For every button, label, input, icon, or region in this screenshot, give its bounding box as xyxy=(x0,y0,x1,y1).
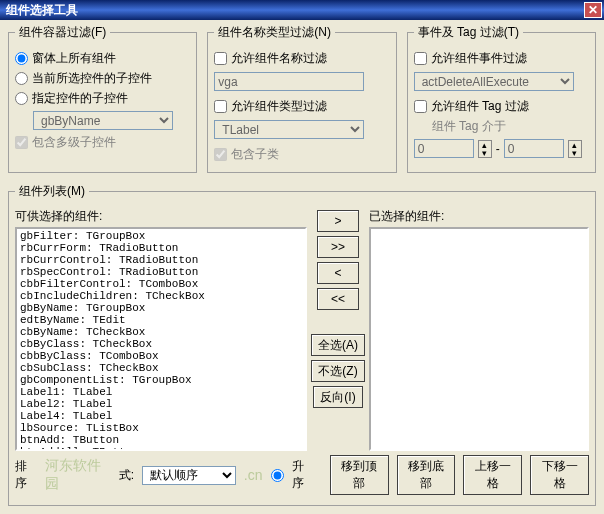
list-item[interactable]: rbCurrControl: TRadioButton xyxy=(18,254,304,266)
radio-specified-label: 指定控件的子控件 xyxy=(32,90,128,107)
list-item[interactable]: lbSource: TListBox xyxy=(18,422,304,434)
list-item[interactable]: edtByName: TEdit xyxy=(18,314,304,326)
move-top-button[interactable]: 移到顶部 xyxy=(330,455,389,495)
close-icon[interactable]: ✕ xyxy=(584,2,602,18)
list-item[interactable]: cbByClass: TCheckBox xyxy=(18,338,304,350)
cb-allow-type-filter[interactable] xyxy=(214,100,227,113)
list-item[interactable]: Label1: TLabel xyxy=(18,386,304,398)
radio-all-label: 窗体上所有组件 xyxy=(32,50,116,67)
window-title: 组件选择工具 xyxy=(2,2,78,19)
dash-label: - xyxy=(496,142,500,156)
list-item[interactable]: cbSubClass: TCheckBox xyxy=(18,362,304,374)
list-item[interactable]: gbByName: TGroupBox xyxy=(18,302,304,314)
cb-tag-label: 允许组件 Tag 过滤 xyxy=(431,98,529,115)
sort-combo[interactable]: 默认顺序 xyxy=(142,466,236,485)
move-down-button[interactable]: 下移一格 xyxy=(530,455,589,495)
component-list-group: 组件列表(M) 可供选择的组件: gbFilter: TGroupBoxrbCu… xyxy=(8,183,596,506)
radio-current-label: 当前所选控件的子控件 xyxy=(32,70,152,87)
watermark-suffix: .cn xyxy=(244,467,263,483)
add-all-button[interactable]: >> xyxy=(317,236,359,258)
control-combo[interactable]: gbByName xyxy=(33,111,173,130)
asc-label: 升序 xyxy=(292,458,314,492)
selected-label: 已选择的组件: xyxy=(369,208,589,225)
list-item[interactable]: rbCurrForm: TRadioButton xyxy=(18,242,304,254)
updown-icon[interactable]: ▴▾ xyxy=(568,140,582,158)
list-item[interactable]: btnAddAll: TButton xyxy=(18,446,304,451)
cb-event-label: 允许组件事件过滤 xyxy=(431,50,527,67)
filter-event-legend: 事件及 Tag 过滤(T) xyxy=(414,24,523,41)
cb-allow-tag-filter[interactable] xyxy=(414,100,427,113)
cb-subclass-label: 包含子类 xyxy=(231,146,279,163)
available-label: 可供选择的组件: xyxy=(15,208,307,225)
select-all-button[interactable]: 全选(A) xyxy=(311,334,365,356)
radio-specified-children[interactable] xyxy=(15,92,28,105)
sort-label-post: 式: xyxy=(119,467,134,484)
list-item[interactable]: gbFilter: TGroupBox xyxy=(18,230,304,242)
list-item[interactable]: btnAdd: TButton xyxy=(18,434,304,446)
list-item[interactable]: rbSpecControl: TRadioButton xyxy=(18,266,304,278)
add-button[interactable]: > xyxy=(317,210,359,232)
remove-button[interactable]: < xyxy=(317,262,359,284)
name-filter-input[interactable] xyxy=(214,72,364,91)
tag-range-label: 组件 Tag 介于 xyxy=(414,118,589,135)
type-filter-combo[interactable]: TLabel xyxy=(214,120,364,139)
list-item[interactable]: cbByName: TCheckBox xyxy=(18,326,304,338)
cb-allow-event-filter[interactable] xyxy=(414,52,427,65)
filter-event-group: 事件及 Tag 过滤(T) 允许组件事件过滤 actDeleteAllExecu… xyxy=(407,24,596,173)
event-filter-combo[interactable]: actDeleteAllExecute xyxy=(414,72,574,91)
list-item[interactable]: gbComponentList: TGroupBox xyxy=(18,374,304,386)
list-item[interactable]: Label2: TLabel xyxy=(18,398,304,410)
invert-button[interactable]: 反向(I) xyxy=(313,386,362,408)
list-item[interactable]: cbbByClass: TComboBox xyxy=(18,350,304,362)
updown-icon[interactable]: ▴▾ xyxy=(478,140,492,158)
move-up-button[interactable]: 上移一格 xyxy=(463,455,522,495)
move-bottom-button[interactable]: 移到底部 xyxy=(397,455,456,495)
filter-container-group: 组件容器过滤(F) 窗体上所有组件 当前所选控件的子控件 指定控件的子控件 gb… xyxy=(8,24,197,173)
dialog-content: 组件容器过滤(F) 窗体上所有组件 当前所选控件的子控件 指定控件的子控件 gb… xyxy=(0,20,604,514)
list-item[interactable]: cbIncludeChildren: TCheckBox xyxy=(18,290,304,302)
radio-current-children[interactable] xyxy=(15,72,28,85)
cb-name-label: 允许组件名称过滤 xyxy=(231,50,327,67)
component-list-legend: 组件列表(M) xyxy=(15,183,89,200)
cb-allow-name-filter[interactable] xyxy=(214,52,227,65)
cb-include-subclass xyxy=(214,148,227,161)
sort-label-pre: 排序 xyxy=(15,458,37,492)
cb-include-children xyxy=(15,136,28,149)
available-listbox[interactable]: gbFilter: TGroupBoxrbCurrForm: TRadioBut… xyxy=(15,227,307,451)
select-none-button[interactable]: 不选(Z) xyxy=(311,360,364,382)
filter-name-group: 组件名称类型过滤(N) 允许组件名称过滤 允许组件类型过滤 TLabel 包含子… xyxy=(207,24,396,173)
title-bar: 组件选择工具 ✕ xyxy=(0,0,604,20)
filter-name-legend: 组件名称类型过滤(N) xyxy=(214,24,335,41)
radio-ascending[interactable] xyxy=(271,469,284,482)
cb-type-label: 允许组件类型过滤 xyxy=(231,98,327,115)
list-item[interactable]: cbbFilterControl: TComboBox xyxy=(18,278,304,290)
selected-listbox[interactable] xyxy=(369,227,589,451)
radio-all-on-form[interactable] xyxy=(15,52,28,65)
filter-container-legend: 组件容器过滤(F) xyxy=(15,24,110,41)
tag-to-input[interactable] xyxy=(504,139,564,158)
list-item[interactable]: Label4: TLabel xyxy=(18,410,304,422)
cb-include-children-label: 包含多级子控件 xyxy=(32,134,116,151)
remove-all-button[interactable]: << xyxy=(317,288,359,310)
watermark-text: 河东软件园 xyxy=(45,457,110,493)
tag-from-input[interactable] xyxy=(414,139,474,158)
